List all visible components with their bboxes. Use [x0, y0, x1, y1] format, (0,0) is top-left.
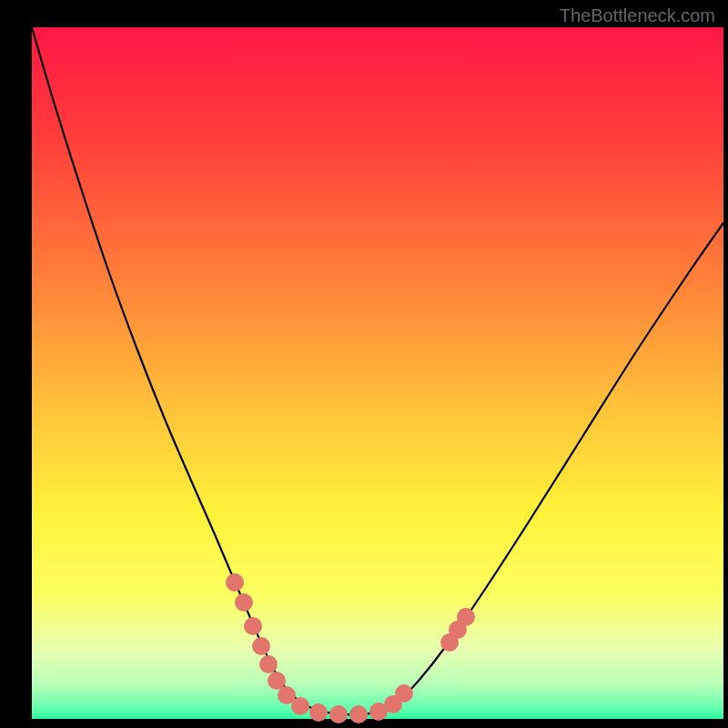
- data-marker: [235, 593, 253, 612]
- watermark-text: TheBottleneck.com: [560, 5, 715, 26]
- data-marker: [291, 697, 309, 715]
- data-marker: [259, 655, 278, 673]
- data-marker: [349, 705, 368, 723]
- data-marker: [226, 573, 244, 592]
- data-marker: [395, 684, 413, 703]
- data-marker: [329, 705, 348, 723]
- data-marker: [457, 608, 475, 626]
- data-marker: [309, 703, 328, 722]
- chart-container: TheBottleneck.com: [0, 0, 728, 728]
- plot-background: [32, 27, 723, 719]
- data-marker: [244, 617, 262, 635]
- bottleneck-chart: [0, 0, 728, 728]
- data-marker: [252, 637, 270, 655]
